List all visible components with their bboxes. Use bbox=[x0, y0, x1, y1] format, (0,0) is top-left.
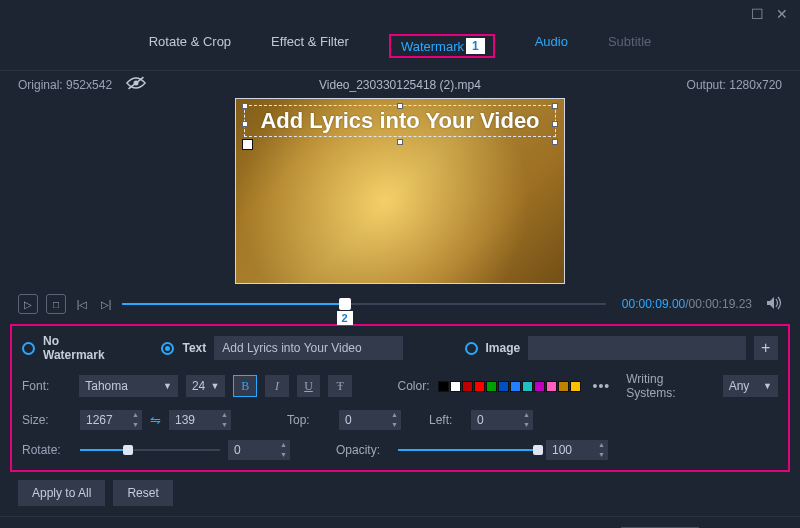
tab-watermark[interactable]: Watermark bbox=[401, 39, 464, 54]
stop-button[interactable]: □ bbox=[46, 294, 66, 314]
watermark-overlay-text[interactable]: Add Lyrics into Your Video bbox=[244, 105, 556, 137]
resize-handle[interactable] bbox=[242, 121, 248, 127]
reset-button[interactable]: Reset bbox=[113, 480, 172, 506]
volume-icon[interactable] bbox=[766, 296, 782, 313]
step-badge-2: 2 bbox=[337, 311, 353, 325]
watermark-image-input[interactable] bbox=[528, 336, 745, 360]
resize-handle[interactable] bbox=[552, 139, 558, 145]
writing-systems-label: Writing Systems: bbox=[626, 372, 714, 400]
watermark-panel: No Watermark Text Image + Font: Tahoma▼ … bbox=[10, 324, 790, 472]
tab-subtitle[interactable]: Subtitle bbox=[608, 34, 651, 58]
close-icon[interactable]: ✕ bbox=[776, 6, 788, 22]
color-swatch[interactable] bbox=[546, 381, 557, 392]
text-watermark-label: Text bbox=[182, 341, 206, 355]
filename-label: Video_230330125418 (2).mp4 bbox=[198, 78, 602, 92]
time-display: 00:00:09.00/00:00:19.23 bbox=[622, 297, 752, 311]
resize-handle[interactable] bbox=[397, 103, 403, 109]
italic-button[interactable]: I bbox=[265, 375, 289, 397]
writing-systems-select[interactable]: Any▼ bbox=[723, 375, 778, 397]
no-watermark-label: No Watermark bbox=[43, 334, 119, 362]
current-time: 00:00:09.00 bbox=[622, 297, 685, 311]
color-swatch[interactable] bbox=[510, 381, 521, 392]
color-label: Color: bbox=[398, 379, 430, 393]
color-swatch[interactable] bbox=[486, 381, 497, 392]
tab-watermark-highlight: Watermark 1 bbox=[389, 34, 495, 58]
tab-rotate-crop[interactable]: Rotate & Crop bbox=[149, 34, 231, 58]
radio-text-watermark[interactable] bbox=[161, 342, 174, 355]
link-aspect-icon[interactable]: ⇋ bbox=[150, 413, 161, 428]
maximize-icon[interactable]: ☐ bbox=[751, 6, 764, 22]
resize-handle[interactable] bbox=[397, 139, 403, 145]
color-swatch[interactable] bbox=[570, 381, 581, 392]
rotate-label: Rotate: bbox=[22, 443, 72, 457]
height-input[interactable]: ▲▼ bbox=[169, 410, 231, 430]
rotate-slider[interactable] bbox=[80, 449, 220, 451]
output-size-label: Output: 1280x720 bbox=[602, 78, 782, 92]
left-input[interactable]: ▲▼ bbox=[471, 410, 533, 430]
font-label: Font: bbox=[22, 379, 71, 393]
font-size-select[interactable]: 24▼ bbox=[186, 375, 226, 397]
font-family-select[interactable]: Tahoma▼ bbox=[79, 375, 178, 397]
width-input[interactable]: ▲▼ bbox=[80, 410, 142, 430]
color-swatch[interactable] bbox=[474, 381, 485, 392]
left-label: Left: bbox=[429, 413, 463, 427]
color-swatch[interactable] bbox=[438, 381, 449, 392]
opacity-slider[interactable] bbox=[398, 449, 538, 451]
tab-effect-filter[interactable]: Effect & Filter bbox=[271, 34, 349, 58]
resize-handle[interactable] bbox=[242, 103, 248, 109]
more-colors-button[interactable]: ••• bbox=[593, 378, 611, 394]
color-swatch[interactable] bbox=[522, 381, 533, 392]
add-image-button[interactable]: + bbox=[754, 336, 778, 360]
color-swatch[interactable] bbox=[534, 381, 545, 392]
color-swatch[interactable] bbox=[450, 381, 461, 392]
opacity-label: Opacity: bbox=[336, 443, 390, 457]
duration-time: 00:00:19.23 bbox=[689, 297, 752, 311]
step-badge-1: 1 bbox=[466, 38, 485, 54]
visibility-toggle-icon[interactable] bbox=[126, 75, 146, 94]
strikethrough-button[interactable]: Ŧ bbox=[328, 375, 352, 397]
video-preview[interactable]: Add Lyrics into Your Video bbox=[235, 98, 565, 284]
color-swatch[interactable] bbox=[558, 381, 569, 392]
watermark-text-input[interactable] bbox=[214, 336, 403, 360]
resize-handle[interactable] bbox=[552, 121, 558, 127]
image-watermark-label: Image bbox=[486, 341, 521, 355]
color-swatches bbox=[438, 381, 581, 392]
size-label: Size: bbox=[22, 413, 72, 427]
tab-bar: Rotate & Crop Effect & Filter Watermark … bbox=[0, 28, 800, 71]
top-label: Top: bbox=[287, 413, 331, 427]
original-size-label: Original: 952x542 bbox=[18, 78, 112, 92]
apply-to-all-button[interactable]: Apply to All bbox=[18, 480, 105, 506]
color-swatch[interactable] bbox=[498, 381, 509, 392]
tab-audio[interactable]: Audio bbox=[535, 34, 568, 58]
color-swatch[interactable] bbox=[462, 381, 473, 392]
bold-button[interactable]: B bbox=[233, 375, 257, 397]
seek-bar[interactable]: 2 bbox=[122, 294, 606, 314]
radio-image-watermark[interactable] bbox=[465, 342, 478, 355]
top-input[interactable]: ▲▼ bbox=[339, 410, 401, 430]
resize-handle[interactable] bbox=[242, 139, 253, 150]
rotate-input[interactable]: ▲▼ bbox=[228, 440, 290, 460]
play-button[interactable]: ▷ bbox=[18, 294, 38, 314]
radio-no-watermark[interactable] bbox=[22, 342, 35, 355]
opacity-input[interactable]: ▲▼ bbox=[546, 440, 608, 460]
next-frame-button[interactable]: ▷| bbox=[98, 294, 114, 314]
underline-button[interactable]: U bbox=[297, 375, 321, 397]
resize-handle[interactable] bbox=[552, 103, 558, 109]
prev-frame-button[interactable]: |◁ bbox=[74, 294, 90, 314]
